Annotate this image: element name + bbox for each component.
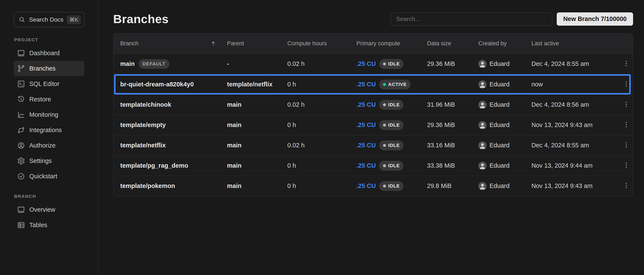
sidebar-item-monitoring[interactable]: Monitoring bbox=[14, 107, 84, 122]
branches-icon bbox=[17, 65, 25, 72]
app-root: Search Docs ⌘K PROJECT Dashboard Branche… bbox=[0, 0, 644, 275]
created-by-name: Eduard bbox=[490, 162, 510, 169]
branch-name: template/pokemon bbox=[120, 182, 175, 190]
kebab-icon bbox=[622, 101, 630, 109]
compute-size-link[interactable]: .25 CU bbox=[356, 142, 376, 149]
header-actions: New Branch 7/100000 bbox=[390, 12, 633, 26]
row-menu-button[interactable] bbox=[620, 139, 633, 152]
nav-section-label-branch: BRANCH bbox=[14, 194, 98, 199]
parent-cell: template/netflix bbox=[227, 81, 287, 88]
row-menu-button[interactable] bbox=[620, 119, 633, 132]
parent-cell: main bbox=[227, 101, 287, 108]
default-badge: DEFAULT bbox=[139, 59, 170, 69]
table-row[interactable]: main DEFAULT - 0.02 h .25 CU IDLE 29.36 … bbox=[114, 54, 633, 74]
compute-size-link[interactable]: .25 CU bbox=[356, 60, 376, 67]
row-menu-button[interactable] bbox=[620, 78, 633, 91]
column-header-data-size[interactable]: Data size bbox=[427, 40, 478, 47]
row-menu-button[interactable] bbox=[620, 57, 633, 70]
parent-cell: - bbox=[227, 60, 287, 67]
kebab-icon bbox=[622, 121, 630, 129]
column-header-branch[interactable]: Branch bbox=[114, 40, 227, 47]
search-docs-button[interactable]: Search Docs ⌘K bbox=[14, 12, 84, 27]
status-badge: IDLE bbox=[379, 100, 404, 110]
data-size-cell: 29.36 MiB bbox=[427, 121, 478, 129]
column-header-primary-compute[interactable]: Primary compute bbox=[356, 40, 427, 47]
table-row[interactable]: template/chinook main 0.02 h .25 CU IDLE… bbox=[114, 94, 633, 115]
sidebar-item-branches[interactable]: Branches bbox=[14, 61, 84, 76]
last-active-cell: Nov 13, 2024 9:44 am bbox=[532, 162, 620, 169]
column-header-compute-hours[interactable]: Compute hours bbox=[287, 40, 356, 47]
monitoring-icon bbox=[17, 111, 25, 119]
sidebar-item-label: Branches bbox=[29, 65, 56, 72]
overview-icon bbox=[17, 206, 25, 214]
sidebar-item-restore[interactable]: Restore bbox=[14, 91, 84, 107]
last-active-cell: Dec 4, 2024 8:56 am bbox=[532, 101, 620, 108]
column-header-created-by[interactable]: Created by bbox=[478, 40, 532, 47]
last-active-cell: Nov 13, 2024 9:43 am bbox=[532, 121, 620, 129]
last-active-cell: now bbox=[532, 81, 620, 88]
sidebar-item-label: SQL Editor bbox=[29, 80, 60, 87]
data-size-cell: 31.96 MiB bbox=[427, 101, 478, 108]
compute-size-link[interactable]: .25 CU bbox=[356, 81, 376, 88]
kebab-icon bbox=[622, 141, 630, 149]
compute-size-link[interactable]: .25 CU bbox=[356, 162, 376, 169]
status-dot bbox=[383, 124, 386, 127]
kebab-icon bbox=[622, 60, 630, 68]
sidebar-item-label: Integrations bbox=[29, 127, 62, 134]
parent-cell: main bbox=[227, 182, 287, 190]
search-input[interactable] bbox=[390, 12, 552, 26]
branch-name: template/pg_rag_demo bbox=[120, 162, 188, 169]
sidebar-item-label: Tables bbox=[29, 222, 47, 229]
new-branch-button[interactable]: New Branch 7/100000 bbox=[557, 12, 633, 26]
avatar bbox=[478, 101, 486, 109]
compute-hours-cell: 0.02 h bbox=[287, 60, 356, 67]
avatar bbox=[478, 141, 486, 149]
data-size-cell: 29.36 MiB bbox=[427, 60, 478, 67]
table-row[interactable]: template/netflix main 0.02 h .25 CU IDLE… bbox=[114, 135, 633, 155]
column-header-parent[interactable]: Parent bbox=[227, 40, 287, 47]
row-menu-button[interactable] bbox=[620, 98, 633, 111]
table-row[interactable]: template/pg_rag_demo main 0 h .25 CU IDL… bbox=[114, 155, 633, 176]
data-size-cell: 29.8 MiB bbox=[427, 182, 478, 190]
compute-hours-cell: 0.02 h bbox=[287, 142, 356, 149]
table-row[interactable]: br-quiet-dream-a820k4y0 template/netflix… bbox=[114, 74, 633, 94]
branches-table: Branch Parent Compute hours Primary comp… bbox=[113, 33, 633, 196]
sidebar-item-dashboard[interactable]: Dashboard bbox=[14, 45, 84, 61]
compute-hours-cell: 0 h bbox=[287, 162, 356, 169]
sidebar-item-authorize[interactable]: Authorize bbox=[14, 138, 84, 153]
table-row[interactable]: template/empty main 0 h .25 CU IDLE 29.3… bbox=[114, 115, 633, 135]
row-menu-button[interactable] bbox=[620, 159, 633, 172]
compute-size-link[interactable]: .25 CU bbox=[356, 101, 376, 108]
sidebar-item-overview[interactable]: Overview bbox=[14, 202, 84, 217]
created-by-name: Eduard bbox=[490, 101, 510, 108]
page-title: Branches bbox=[113, 12, 168, 26]
search-docs-label: Search Docs bbox=[29, 16, 63, 23]
table-row[interactable]: template/pokemon main 0 h .25 CU IDLE 29… bbox=[114, 176, 633, 196]
status-dot bbox=[383, 62, 386, 65]
compute-size-link[interactable]: .25 CU bbox=[356, 182, 376, 190]
last-active-cell: Dec 4, 2024 8:55 am bbox=[532, 60, 620, 67]
authorize-icon bbox=[17, 142, 25, 149]
status-badge: IDLE bbox=[379, 59, 404, 69]
status-badge: IDLE bbox=[379, 120, 404, 130]
sidebar-item-integrations[interactable]: Integrations bbox=[14, 122, 84, 138]
compute-size-link[interactable]: .25 CU bbox=[356, 121, 376, 129]
status-dot bbox=[383, 103, 386, 106]
sidebar-item-label: Restore bbox=[29, 96, 51, 103]
created-by-name: Eduard bbox=[490, 142, 510, 149]
sidebar-item-sql-editor[interactable]: SQL Editor bbox=[14, 76, 84, 91]
sql-editor-icon bbox=[17, 80, 25, 88]
data-size-cell: 33.16 MiB bbox=[427, 142, 478, 149]
settings-icon bbox=[17, 157, 25, 165]
status-badge: IDLE bbox=[379, 140, 404, 150]
created-by-name: Eduard bbox=[490, 81, 510, 88]
parent-cell: main bbox=[227, 142, 287, 149]
sidebar-item-settings[interactable]: Settings bbox=[14, 153, 84, 169]
column-header-label: Branch bbox=[120, 40, 139, 47]
sidebar-item-label: Dashboard bbox=[29, 50, 60, 57]
sidebar-item-quickstart[interactable]: Quickstart bbox=[14, 169, 84, 184]
branch-name: main bbox=[120, 60, 135, 67]
sidebar-item-tables[interactable]: Tables bbox=[14, 217, 84, 233]
column-header-last-active[interactable]: Last active bbox=[532, 40, 620, 47]
row-menu-button[interactable] bbox=[620, 180, 633, 193]
